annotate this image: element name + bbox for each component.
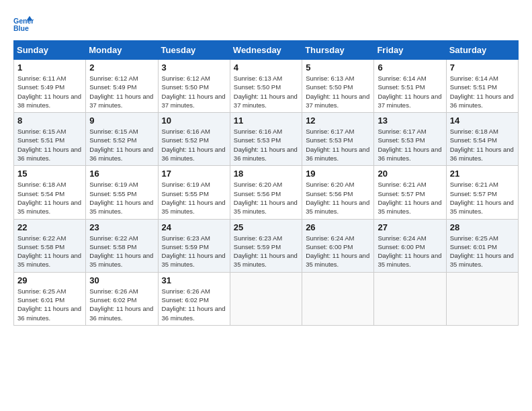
day-number: 2 [89,62,154,73]
calendar-cell: 2Sunrise: 6:12 AMSunset: 5:49 PMDaylight… [86,60,158,113]
day-number: 30 [89,275,154,285]
day-number: 11 [234,116,298,126]
day-info: Sunrise: 6:15 AMSunset: 5:51 PMDaylight:… [17,127,82,163]
weekday-header-wednesday: Wednesday [230,41,302,60]
calendar-cell: 26Sunrise: 6:24 AMSunset: 6:00 PMDayligh… [302,219,374,272]
day-number: 12 [306,116,370,126]
calendar-cell: 28Sunrise: 6:25 AMSunset: 6:01 PMDayligh… [446,219,518,272]
calendar-cell: 30Sunrise: 6:26 AMSunset: 6:02 PMDayligh… [86,272,158,325]
day-info: Sunrise: 6:21 AMSunset: 5:57 PMDaylight:… [450,180,515,216]
day-number: 27 [378,222,442,232]
day-info: Sunrise: 6:18 AMSunset: 5:54 PMDaylight:… [450,127,515,163]
calendar-cell: 5Sunrise: 6:13 AMSunset: 5:50 PMDaylight… [302,60,374,113]
calendar-table: SundayMondayTuesdayWednesdayThursdayFrid… [13,40,519,326]
calendar-cell [302,272,374,325]
day-info: Sunrise: 6:24 AMSunset: 6:00 PMDaylight:… [378,234,442,269]
calendar-cell: 16Sunrise: 6:19 AMSunset: 5:55 PMDayligh… [86,166,158,219]
day-number: 5 [306,62,370,73]
logo: General Blue [13,13,36,34]
day-info: Sunrise: 6:16 AMSunset: 5:52 PMDaylight:… [162,127,226,163]
calendar-cell: 20Sunrise: 6:21 AMSunset: 5:57 PMDayligh… [374,166,446,219]
calendar-week-row: 8Sunrise: 6:15 AMSunset: 5:51 PMDaylight… [14,113,519,166]
calendar-cell: 6Sunrise: 6:14 AMSunset: 5:51 PMDaylight… [374,60,446,113]
day-info: Sunrise: 6:12 AMSunset: 5:50 PMDaylight:… [162,74,226,109]
calendar-cell: 17Sunrise: 6:19 AMSunset: 5:55 PMDayligh… [158,166,230,219]
day-number: 14 [450,116,515,126]
day-number: 19 [306,169,370,179]
day-number: 23 [89,222,154,232]
weekday-header-friday: Friday [374,41,446,60]
calendar-cell: 1Sunrise: 6:11 AMSunset: 5:49 PMDaylight… [14,60,86,113]
day-info: Sunrise: 6:11 AMSunset: 5:49 PMDaylight:… [17,74,82,109]
day-number: 1 [17,62,82,73]
day-info: Sunrise: 6:22 AMSunset: 5:58 PMDaylight:… [17,234,82,269]
day-info: Sunrise: 6:17 AMSunset: 5:53 PMDaylight:… [306,127,370,163]
day-number: 21 [450,169,515,179]
calendar-cell: 11Sunrise: 6:16 AMSunset: 5:53 PMDayligh… [230,113,302,166]
calendar-week-row: 29Sunrise: 6:25 AMSunset: 6:01 PMDayligh… [14,272,519,325]
day-info: Sunrise: 6:17 AMSunset: 5:53 PMDaylight:… [378,127,442,163]
day-number: 24 [162,222,226,232]
day-number: 13 [378,116,442,126]
calendar-cell [230,272,302,325]
calendar-cell: 8Sunrise: 6:15 AMSunset: 5:51 PMDaylight… [14,113,86,166]
calendar-week-row: 15Sunrise: 6:18 AMSunset: 5:54 PMDayligh… [14,166,519,219]
day-info: Sunrise: 6:19 AMSunset: 5:55 PMDaylight:… [89,180,154,216]
day-number: 10 [162,116,226,126]
day-number: 3 [162,62,226,73]
calendar-cell: 22Sunrise: 6:22 AMSunset: 5:58 PMDayligh… [14,219,86,272]
calendar-cell: 19Sunrise: 6:20 AMSunset: 5:56 PMDayligh… [302,166,374,219]
day-info: Sunrise: 6:12 AMSunset: 5:49 PMDaylight:… [89,74,154,109]
day-number: 20 [378,169,442,179]
calendar-week-row: 22Sunrise: 6:22 AMSunset: 5:58 PMDayligh… [14,219,519,272]
day-info: Sunrise: 6:13 AMSunset: 5:50 PMDaylight:… [306,74,370,109]
weekday-header-sunday: Sunday [14,41,86,60]
day-number: 8 [17,116,82,126]
day-info: Sunrise: 6:23 AMSunset: 5:59 PMDaylight:… [234,234,298,269]
day-number: 7 [450,62,515,73]
calendar-cell: 23Sunrise: 6:22 AMSunset: 5:58 PMDayligh… [86,219,158,272]
calendar-week-row: 1Sunrise: 6:11 AMSunset: 5:49 PMDaylight… [14,60,519,113]
day-info: Sunrise: 6:19 AMSunset: 5:55 PMDaylight:… [162,180,226,216]
calendar-cell: 3Sunrise: 6:12 AMSunset: 5:50 PMDaylight… [158,60,230,113]
day-number: 29 [17,275,82,285]
day-info: Sunrise: 6:26 AMSunset: 6:02 PMDaylight:… [89,287,154,322]
calendar-cell: 10Sunrise: 6:16 AMSunset: 5:52 PMDayligh… [158,113,230,166]
calendar-cell [446,272,518,325]
day-number: 4 [234,62,298,73]
weekday-header-saturday: Saturday [446,41,518,60]
calendar-cell: 4Sunrise: 6:13 AMSunset: 5:50 PMDaylight… [230,60,302,113]
logo-icon: General Blue [13,13,34,34]
day-number: 6 [378,62,442,73]
calendar-cell: 12Sunrise: 6:17 AMSunset: 5:53 PMDayligh… [302,113,374,166]
calendar-cell: 13Sunrise: 6:17 AMSunset: 5:53 PMDayligh… [374,113,446,166]
calendar-cell: 14Sunrise: 6:18 AMSunset: 5:54 PMDayligh… [446,113,518,166]
day-info: Sunrise: 6:14 AMSunset: 5:51 PMDaylight:… [450,74,515,109]
day-info: Sunrise: 6:20 AMSunset: 5:56 PMDaylight:… [306,180,370,216]
calendar-cell: 24Sunrise: 6:23 AMSunset: 5:59 PMDayligh… [158,219,230,272]
weekday-header-thursday: Thursday [302,41,374,60]
day-number: 25 [234,222,298,232]
weekday-header-monday: Monday [86,41,158,60]
day-info: Sunrise: 6:25 AMSunset: 6:01 PMDaylight:… [17,287,82,322]
calendar-cell: 31Sunrise: 6:26 AMSunset: 6:02 PMDayligh… [158,272,230,325]
day-info: Sunrise: 6:22 AMSunset: 5:58 PMDaylight:… [89,234,154,269]
day-info: Sunrise: 6:25 AMSunset: 6:01 PMDaylight:… [450,234,515,269]
day-info: Sunrise: 6:20 AMSunset: 5:56 PMDaylight:… [234,180,298,216]
day-number: 31 [162,275,226,285]
page-header: General Blue [13,13,519,34]
day-info: Sunrise: 6:14 AMSunset: 5:51 PMDaylight:… [378,74,442,109]
calendar-cell: 21Sunrise: 6:21 AMSunset: 5:57 PMDayligh… [446,166,518,219]
calendar-cell: 18Sunrise: 6:20 AMSunset: 5:56 PMDayligh… [230,166,302,219]
weekday-header-tuesday: Tuesday [158,41,230,60]
calendar-cell: 27Sunrise: 6:24 AMSunset: 6:00 PMDayligh… [374,219,446,272]
day-info: Sunrise: 6:23 AMSunset: 5:59 PMDaylight:… [162,234,226,269]
day-number: 16 [89,169,154,179]
day-number: 15 [17,169,82,179]
day-number: 28 [450,222,515,232]
day-info: Sunrise: 6:16 AMSunset: 5:53 PMDaylight:… [234,127,298,163]
weekday-header-row: SundayMondayTuesdayWednesdayThursdayFrid… [14,41,519,60]
day-number: 9 [89,116,154,126]
day-info: Sunrise: 6:13 AMSunset: 5:50 PMDaylight:… [234,74,298,109]
calendar-cell: 9Sunrise: 6:15 AMSunset: 5:52 PMDaylight… [86,113,158,166]
